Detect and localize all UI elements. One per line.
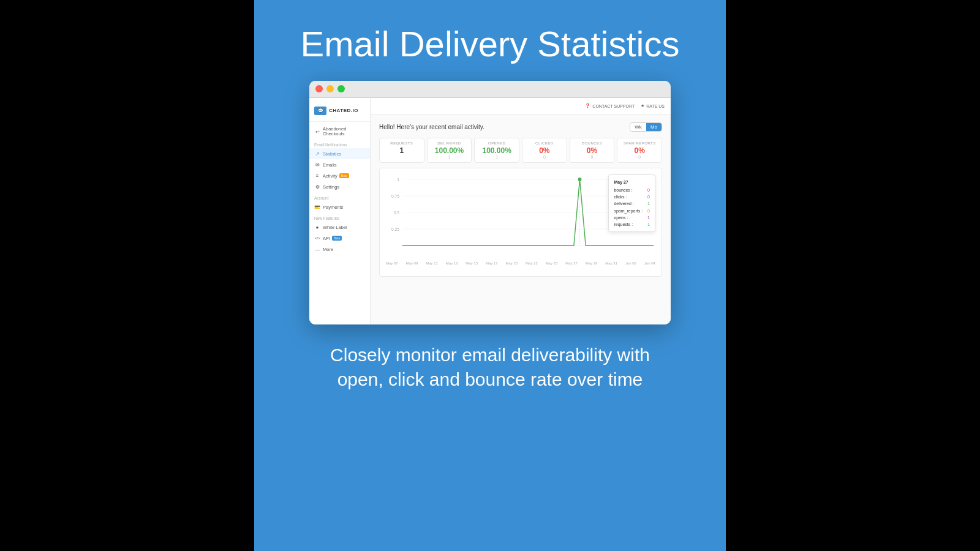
x-label-may15: May 15: [466, 261, 478, 265]
sidebar-item-activity[interactable]: ≡ Activity New: [309, 170, 370, 181]
emails-icon: ✉: [314, 162, 320, 168]
mac-window: 💬 CHATED.IO ↩ Abandoned Checkouts Email …: [309, 81, 671, 324]
stats-area: Hello! Here's your recent email activity…: [371, 115, 671, 324]
tooltip-opens: opens : 1: [614, 214, 650, 221]
sidebar: 💬 CHATED.IO ↩ Abandoned Checkouts Email …: [309, 98, 371, 324]
main-content: ❓ CONTACT SUPPORT ★ RATE US Hello! Here'…: [371, 98, 671, 324]
requests-value: 1: [383, 146, 420, 155]
sidebar-logo: 💬 CHATED.IO: [309, 103, 370, 122]
svg-text:0.5: 0.5: [394, 211, 400, 215]
settings-icon: ⚙: [314, 184, 320, 190]
x-label-jun04: Jun 04: [644, 261, 655, 265]
x-label-may17: May 17: [486, 261, 498, 265]
api-beta-badge: Beta: [332, 236, 342, 241]
contact-support-button[interactable]: ❓ CONTACT SUPPORT: [585, 103, 635, 108]
sidebar-item-white-label-label: White Label: [323, 225, 347, 230]
statistics-icon: ↗: [314, 151, 320, 157]
mac-close-button[interactable]: [315, 85, 323, 92]
sidebar-item-settings[interactable]: ⚙ Settings: [309, 181, 370, 192]
svg-text:0.25: 0.25: [391, 227, 399, 231]
chart-x-labels: May 07 May 09 May 11 May 13 May 15 May 1…: [385, 261, 657, 265]
delivered-sub: 1: [431, 155, 468, 159]
sidebar-item-more-label: More: [323, 247, 333, 252]
x-label-may31: May 31: [605, 261, 617, 265]
requests-label: REQUESTS: [383, 141, 420, 145]
sidebar-item-statistics-label: Statistics: [323, 151, 341, 157]
svg-text:1: 1: [397, 178, 399, 182]
sidebar-item-settings-label: Settings: [323, 184, 339, 190]
page-title: Email Delivery Statistics: [301, 24, 680, 64]
sidebar-item-payments-label: Payments: [323, 204, 343, 210]
payments-icon: 💳: [314, 204, 320, 210]
x-label-may07: May 07: [386, 261, 398, 265]
spam-label: SPAM REPORTS: [621, 141, 658, 145]
more-icon: —: [314, 246, 320, 252]
left-black-panel: [0, 0, 254, 551]
sidebar-item-emails-label: Emails: [323, 162, 337, 168]
stat-box-clicked: CLICKED 0% 0: [522, 138, 567, 163]
svg-text:0.75: 0.75: [391, 194, 399, 198]
sidebar-item-api[interactable]: </> API Beta: [309, 233, 370, 244]
stat-box-spam: SPAM REPORTS 0% 0: [617, 138, 662, 163]
new-features-section: New Features: [309, 212, 370, 222]
tooltip-requests: requests : 1: [614, 221, 650, 228]
stat-box-opened: OPENED 100.00% 1: [474, 138, 519, 163]
x-label-may13: May 13: [446, 261, 458, 265]
chart-container: 1 0.75 0.5 0.25: [379, 168, 662, 277]
sidebar-item-more[interactable]: — More: [309, 244, 370, 255]
sidebar-item-white-label[interactable]: ● White Label: [309, 222, 370, 233]
center-panel: Email Delivery Statistics 💬 CHATED.IO ↩: [254, 0, 726, 551]
clicked-label: CLICKED: [526, 141, 563, 145]
period-toggle[interactable]: Wk Mo: [630, 122, 662, 132]
chart-tooltip: May 27 bounces : 0 clicks : 0 delivered …: [608, 174, 655, 232]
sidebar-item-label: Abandoned Checkouts: [323, 127, 365, 137]
bounces-sub: 0: [574, 155, 611, 159]
right-black-panel: [726, 0, 980, 551]
activity-icon: ≡: [314, 173, 320, 179]
monthly-toggle-button[interactable]: Mo: [646, 123, 662, 131]
app-topbar: ❓ CONTACT SUPPORT ★ RATE US: [371, 98, 671, 115]
help-icon: ❓: [585, 103, 590, 108]
clicked-value: 0%: [526, 146, 563, 155]
activity-new-badge: New: [339, 173, 349, 178]
requests-sub: [383, 155, 420, 159]
mac-maximize-button[interactable]: [337, 85, 345, 92]
logo-icon: 💬: [314, 107, 326, 115]
stat-box-requests: REQUESTS 1: [379, 138, 424, 163]
sidebar-item-emails[interactable]: ✉ Emails: [309, 159, 370, 170]
stats-greeting: Hello! Here's your recent email activity…: [379, 124, 484, 130]
delivered-value: 100.00%: [431, 146, 468, 155]
account-section: Account: [309, 192, 370, 201]
mac-titlebar: [309, 81, 671, 98]
tooltip-bounces: bounces : 0: [614, 187, 650, 193]
spam-sub: 0: [621, 155, 658, 159]
logo-text: CHATED.IO: [329, 108, 358, 113]
app-layout: 💬 CHATED.IO ↩ Abandoned Checkouts Email …: [309, 98, 671, 324]
tooltip-clicks: clicks : 0: [614, 193, 650, 200]
white-label-icon: ●: [314, 224, 320, 230]
stat-boxes: REQUESTS 1 DELIVERED 100.00% 1 OPENED 10…: [379, 138, 662, 163]
mac-minimize-button[interactable]: [326, 85, 334, 92]
rate-us-button[interactable]: ★ RATE US: [641, 103, 665, 108]
x-label-may11: May 11: [426, 261, 438, 265]
opened-label: OPENED: [478, 141, 515, 145]
delivered-label: DELIVERED: [431, 141, 468, 145]
star-icon: ★: [641, 103, 644, 108]
tooltip-delivered: delivered : 1: [614, 200, 650, 207]
sidebar-item-abandoned-checkouts[interactable]: ↩ Abandoned Checkouts: [309, 124, 370, 140]
weekly-toggle-button[interactable]: Wk: [630, 123, 646, 131]
sidebar-item-api-label: API: [323, 236, 330, 241]
x-label-may09: May 09: [406, 261, 418, 265]
opened-sub: 1: [478, 155, 515, 159]
bounces-label: BOUNCES: [574, 141, 611, 145]
x-label-jun02: Jun 02: [625, 261, 636, 265]
sidebar-item-activity-label: Activity: [323, 173, 337, 179]
email-notifications-section: Email Notifications: [309, 139, 370, 148]
bounces-value: 0%: [574, 146, 611, 155]
sidebar-item-statistics[interactable]: ↗ Statistics: [309, 148, 370, 159]
tooltip-date: May 27: [614, 179, 650, 186]
x-label-may29: May 29: [586, 261, 598, 265]
spam-value: 0%: [621, 146, 658, 155]
subtitle: Closely monitor email deliverability wit…: [318, 343, 662, 392]
sidebar-item-payments[interactable]: 💳 Payments: [309, 201, 370, 212]
